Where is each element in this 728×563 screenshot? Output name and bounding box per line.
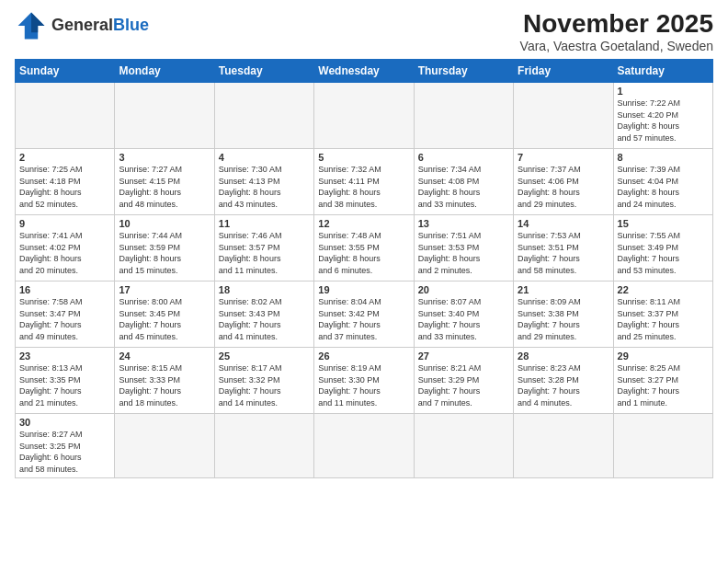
calendar: SundayMondayTuesdayWednesdayThursdayFrid… [15, 59, 713, 478]
day-number: 14 [518, 218, 609, 229]
calendar-cell: 29Sunrise: 8:25 AM Sunset: 3:27 PM Dayli… [613, 348, 712, 414]
day-number: 1 [618, 86, 709, 97]
calendar-cell [314, 83, 414, 149]
week-row-2: 9Sunrise: 7:41 AM Sunset: 4:02 PM Daylig… [16, 215, 713, 282]
day-number: 6 [418, 152, 509, 163]
calendar-cell: 21Sunrise: 8:09 AM Sunset: 3:38 PM Dayli… [514, 282, 613, 348]
day-number: 7 [518, 152, 609, 163]
calendar-cell: 8Sunrise: 7:39 AM Sunset: 4:04 PM Daylig… [613, 149, 712, 215]
weekday-thursday: Thursday [414, 60, 513, 83]
weekday-sunday: Sunday [16, 60, 115, 83]
calendar-cell [414, 414, 513, 478]
calendar-cell [115, 83, 214, 149]
calendar-cell: 13Sunrise: 7:51 AM Sunset: 3:53 PM Dayli… [414, 215, 513, 282]
calendar-cell [514, 83, 613, 149]
svg-marker-1 [31, 13, 44, 33]
week-row-0: 1Sunrise: 7:22 AM Sunset: 4:20 PM Daylig… [16, 83, 713, 149]
calendar-cell: 18Sunrise: 8:02 AM Sunset: 3:43 PM Dayli… [214, 282, 313, 348]
calendar-cell: 9Sunrise: 7:41 AM Sunset: 4:02 PM Daylig… [16, 215, 115, 282]
header: GeneralBlue November 2025 Vara, Vaestra … [15, 9, 713, 53]
day-info: Sunrise: 7:51 AM Sunset: 3:53 PM Dayligh… [418, 230, 509, 276]
calendar-cell: 30Sunrise: 8:27 AM Sunset: 3:25 PM Dayli… [16, 414, 115, 478]
day-number: 4 [219, 152, 310, 163]
day-info: Sunrise: 8:21 AM Sunset: 3:29 PM Dayligh… [418, 362, 509, 408]
day-info: Sunrise: 7:53 AM Sunset: 3:51 PM Dayligh… [518, 230, 609, 276]
day-number: 15 [618, 218, 709, 229]
logo-icon [15, 9, 48, 42]
calendar-cell: 23Sunrise: 8:13 AM Sunset: 3:35 PM Dayli… [16, 348, 115, 414]
weekday-saturday: Saturday [613, 60, 712, 83]
calendar-cell [514, 414, 613, 478]
calendar-cell: 6Sunrise: 7:34 AM Sunset: 4:08 PM Daylig… [414, 149, 513, 215]
calendar-cell: 28Sunrise: 8:23 AM Sunset: 3:28 PM Dayli… [514, 348, 613, 414]
day-info: Sunrise: 7:37 AM Sunset: 4:06 PM Dayligh… [518, 164, 609, 210]
week-row-4: 23Sunrise: 8:13 AM Sunset: 3:35 PM Dayli… [16, 348, 713, 414]
day-number: 29 [618, 350, 709, 362]
calendar-cell [314, 414, 414, 478]
calendar-cell: 15Sunrise: 7:55 AM Sunset: 3:49 PM Dayli… [613, 215, 712, 282]
day-info: Sunrise: 8:19 AM Sunset: 3:30 PM Dayligh… [318, 362, 409, 408]
calendar-cell: 19Sunrise: 8:04 AM Sunset: 3:42 PM Dayli… [314, 282, 414, 348]
day-info: Sunrise: 8:23 AM Sunset: 3:28 PM Dayligh… [518, 362, 609, 408]
day-number: 16 [19, 284, 110, 295]
weekday-wednesday: Wednesday [314, 60, 414, 83]
weekday-monday: Monday [115, 60, 214, 83]
day-number: 22 [618, 284, 709, 295]
calendar-cell: 3Sunrise: 7:27 AM Sunset: 4:15 PM Daylig… [115, 149, 214, 215]
day-info: Sunrise: 8:04 AM Sunset: 3:42 PM Dayligh… [318, 296, 409, 342]
day-info: Sunrise: 8:00 AM Sunset: 3:45 PM Dayligh… [119, 296, 210, 342]
day-info: Sunrise: 7:34 AM Sunset: 4:08 PM Dayligh… [418, 164, 509, 210]
day-info: Sunrise: 8:15 AM Sunset: 3:33 PM Dayligh… [119, 362, 210, 408]
calendar-cell [115, 414, 214, 478]
calendar-cell: 2Sunrise: 7:25 AM Sunset: 4:18 PM Daylig… [16, 149, 115, 215]
calendar-cell: 20Sunrise: 8:07 AM Sunset: 3:40 PM Dayli… [414, 282, 513, 348]
title-block: November 2025 Vara, Vaestra Goetaland, S… [520, 9, 713, 53]
calendar-cell: 25Sunrise: 8:17 AM Sunset: 3:32 PM Dayli… [214, 348, 313, 414]
calendar-cell: 22Sunrise: 8:11 AM Sunset: 3:37 PM Dayli… [613, 282, 712, 348]
day-info: Sunrise: 8:13 AM Sunset: 3:35 PM Dayligh… [19, 362, 110, 408]
page-subtitle: Vara, Vaestra Goetaland, Sweden [520, 39, 713, 53]
logo-text: GeneralBlue [51, 17, 149, 35]
day-number: 2 [19, 152, 110, 163]
day-number: 9 [19, 218, 110, 229]
calendar-cell: 12Sunrise: 7:48 AM Sunset: 3:55 PM Dayli… [314, 215, 414, 282]
weekday-tuesday: Tuesday [214, 60, 313, 83]
day-info: Sunrise: 7:46 AM Sunset: 3:57 PM Dayligh… [219, 230, 310, 276]
day-info: Sunrise: 7:27 AM Sunset: 4:15 PM Dayligh… [119, 164, 210, 210]
day-number: 19 [318, 284, 409, 295]
day-number: 11 [219, 218, 310, 229]
page-title: November 2025 [520, 9, 713, 39]
day-number: 26 [318, 350, 409, 362]
day-number: 23 [19, 350, 110, 362]
calendar-cell: 4Sunrise: 7:30 AM Sunset: 4:13 PM Daylig… [214, 149, 313, 215]
calendar-cell: 7Sunrise: 7:37 AM Sunset: 4:06 PM Daylig… [514, 149, 613, 215]
calendar-cell: 24Sunrise: 8:15 AM Sunset: 3:33 PM Dayli… [115, 348, 214, 414]
day-info: Sunrise: 7:39 AM Sunset: 4:04 PM Dayligh… [618, 164, 709, 210]
calendar-cell: 26Sunrise: 8:19 AM Sunset: 3:30 PM Dayli… [314, 348, 414, 414]
calendar-cell [16, 83, 115, 149]
calendar-cell: 14Sunrise: 7:53 AM Sunset: 3:51 PM Dayli… [514, 215, 613, 282]
week-row-5: 30Sunrise: 8:27 AM Sunset: 3:25 PM Dayli… [16, 414, 713, 478]
calendar-cell: 1Sunrise: 7:22 AM Sunset: 4:20 PM Daylig… [613, 83, 712, 149]
calendar-cell: 5Sunrise: 7:32 AM Sunset: 4:11 PM Daylig… [314, 149, 414, 215]
day-number: 18 [219, 284, 310, 295]
week-row-1: 2Sunrise: 7:25 AM Sunset: 4:18 PM Daylig… [16, 149, 713, 215]
day-info: Sunrise: 8:17 AM Sunset: 3:32 PM Dayligh… [219, 362, 310, 408]
day-number: 25 [219, 350, 310, 362]
day-info: Sunrise: 7:32 AM Sunset: 4:11 PM Dayligh… [318, 164, 409, 210]
day-number: 20 [418, 284, 509, 295]
calendar-cell: 17Sunrise: 8:00 AM Sunset: 3:45 PM Dayli… [115, 282, 214, 348]
page: GeneralBlue November 2025 Vara, Vaestra … [0, 0, 728, 563]
day-info: Sunrise: 7:22 AM Sunset: 4:20 PM Dayligh… [618, 98, 709, 144]
day-info: Sunrise: 8:11 AM Sunset: 3:37 PM Dayligh… [618, 296, 709, 342]
day-number: 28 [518, 350, 609, 362]
day-number: 13 [418, 218, 509, 229]
calendar-cell [414, 83, 513, 149]
day-info: Sunrise: 7:30 AM Sunset: 4:13 PM Dayligh… [219, 164, 310, 210]
day-info: Sunrise: 8:02 AM Sunset: 3:43 PM Dayligh… [219, 296, 310, 342]
day-number: 10 [119, 218, 210, 229]
day-number: 3 [119, 152, 210, 163]
logo: GeneralBlue [15, 9, 149, 42]
calendar-cell: 10Sunrise: 7:44 AM Sunset: 3:59 PM Dayli… [115, 215, 214, 282]
day-number: 24 [119, 350, 210, 362]
